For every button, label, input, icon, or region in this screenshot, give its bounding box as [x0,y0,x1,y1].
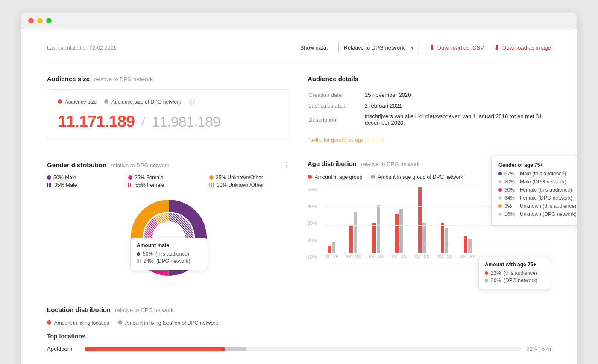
show-data-dropdown-wrapper[interactable]: Relative to DPG network Absolute values … [338,41,419,54]
tooltip-stripe [137,259,141,263]
audience-legend: Audience size Audience size of DPG netwo… [58,98,280,106]
age-bar-label: XX - XX [369,254,384,259]
location-section: Location distribution relative to DPG ne… [47,306,551,352]
age-bar-label: XX - XX [437,254,452,259]
bar-red [349,225,353,253]
bar-gray [399,209,403,253]
age-legend-dpg: Amount in age group of DPG network [371,174,463,180]
y-axis-labels: 50% 40% 30% 20% 10% [308,187,317,259]
bar-pair [418,184,426,253]
male-dpg-stripe [47,183,52,187]
gender-legend-container: 50% Male 25% Female 25% Unknown/Other 35… [47,175,290,188]
location-name: Apeldoorn [47,346,81,352]
donut-chart-container: Amount male 50% (this audience) 24% (DPG… [47,195,290,280]
close-dot [28,18,34,23]
male-this-dot [47,175,51,180]
more-options-icon[interactable]: ⋮ [283,160,290,169]
bar-red [441,223,444,253]
dpg-location-dot [118,320,122,325]
gender-age-tooltip-trigger[interactable]: Tooltip for gender vs age [308,137,363,143]
show-data-select[interactable]: Relative to DPG network Absolute values [338,41,419,54]
table-row: Last calculated: 2 februari 2021 [308,101,550,111]
tooltip-purple-dot [137,252,140,256]
last-calculated-label2: Last calculated: [308,101,364,111]
location-title: Location distribution relative to DPG ne… [47,306,551,313]
gender-age-hint: Tooltip for gender vs age [308,137,551,143]
last-calculated-value: 2 februari 2021 [365,101,550,111]
gar2: 20% Male (DPG network) [498,179,577,185]
age75-tooltip: Amount with age 75+ 22% (this audience) … [478,257,551,289]
gender-tooltip-title: Amount male [137,242,201,248]
tooltip-gray-dot [485,279,488,282]
age-bar-group: XX - XX [369,184,384,259]
gender-distribution-section: Gender distribution relative to DPG netw… [47,160,290,280]
row-distributions: Gender distribution relative to DPG netw… [47,160,551,280]
audience-numbers: 11.171.189 / 11.981.189 [58,113,280,131]
legend-male-this: 50% Male [47,175,128,181]
info-icon[interactable]: ⓘ [189,98,195,106]
age-bar-group: XX - XX [346,184,361,259]
audience-size-section: Audience size relative to DPG network Au… [47,75,290,143]
legend-unknown-dpg: 10% Unknown/Other [209,182,290,188]
gar6-dot [498,213,502,216]
age-bar-label: 18 - 29 [325,254,338,259]
table-row: Description: Inschrijvers van alle Lidl … [308,111,550,128]
gar4-dot [498,196,502,200]
app-window: Last calculated on 02-02-2021 Show data:… [21,13,577,364]
age-bar-group: 18 - 29 [325,184,338,259]
dpg-size-dot [104,99,108,104]
legend-audience-size: Audience size [58,99,97,105]
bar-gray [354,212,357,253]
age-bar-label: XX - XX [346,254,361,259]
age-bar-group: XX - XX [391,184,407,259]
audience-separator: / [141,115,145,129]
minimize-dot [37,18,43,23]
bar-gray [445,228,448,253]
download-image-button[interactable]: ⬇ Download as image [494,44,551,52]
gar3-dot [498,188,502,192]
bar-red [328,246,331,253]
download-csv-icon: ⬇ [429,44,435,52]
audience-secondary-value: 11.981.189 [152,114,220,130]
details-table: Creation date: 25 november 2020 Last cal… [308,89,551,128]
audience-details-title: Audience details [308,75,551,82]
gar1-dot [498,172,502,175]
last-calculated-label: Last calculated on 02-02-2021 [47,45,116,51]
gender-tooltip: Amount male 50% (this audience) 24% (DPG… [130,238,207,270]
gender-age-tooltip-title: Gender of age 75+ [498,162,577,168]
gender-tooltip-row1: 50% (this audience) [137,251,201,257]
legend-dpg-size: Audience size of DPG network [104,99,181,105]
gender-header: Gender distribution relative to DPG netw… [47,160,290,169]
list-item: Apeldoorn 32% (-5%) [47,346,551,352]
legend-living-location: Amount in living location [47,320,109,326]
bar-pair [328,184,335,253]
legend-male-dpg: 35% Male [47,182,128,188]
top-bar-actions: Show data: Relative to DPG network Absol… [300,41,551,54]
main-content: Last calculated on 02-02-2021 Show data:… [21,29,577,364]
location-bar [85,347,521,351]
living-location-dot [47,320,51,325]
age-bar-group: XX - XX [414,184,430,259]
female-this-dot [128,175,132,180]
gar3: 30% Female (this audience) [498,187,577,193]
legend-unknown-this: 25% Unknown/Other [209,175,290,181]
location-legends: Amount in living location Amount in livi… [47,320,551,326]
download-csv-button[interactable]: ⬇ Download as .CSV [429,44,484,52]
description-value: Inschrijvers van alle Lidl nieuwsbrieven… [365,111,550,128]
age75-tooltip-row1: 22% (this audience) [485,270,545,276]
bar-pair [464,184,472,253]
audience-size-title: Audience size relative to DPG network [47,75,290,82]
bar-gray [332,242,335,253]
age-bar-label: XX - XX [414,254,430,259]
bar-red [464,236,467,253]
audience-main-value: 11.171.189 [58,113,135,131]
bar-gray [422,223,426,253]
bar-pair [372,184,380,253]
bar-pair [349,184,357,253]
bar-pair [441,184,448,253]
audience-size-dot [58,99,62,104]
maximize-dot [46,18,52,23]
tooltip-red-dot [485,271,488,275]
bar-gray [377,205,380,253]
download-image-icon: ⬇ [494,44,500,52]
